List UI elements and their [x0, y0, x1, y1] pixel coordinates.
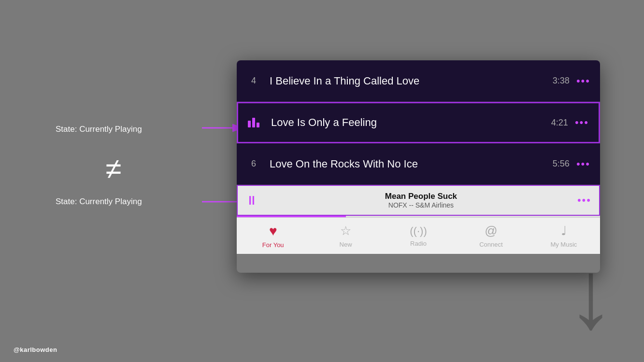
- tab-my-music[interactable]: ♩ My Music: [528, 218, 600, 254]
- track-more-6[interactable]: •••: [576, 158, 590, 170]
- track-row-5-playing[interactable]: Love Is Only a Feeling 4:21 •••: [237, 102, 600, 143]
- attribution-text: @karlbowden: [14, 346, 57, 353]
- track-row-6[interactable]: 6 Love On the Rocks With No Ice 5:56 •••: [237, 143, 600, 185]
- tab-new[interactable]: ☆ New: [309, 218, 382, 254]
- now-playing-info: Mean People Suck NOFX -- S&M Airlines: [265, 192, 577, 209]
- now-playing-more-button[interactable]: •••: [577, 194, 591, 207]
- eq-bar-3: [257, 123, 259, 127]
- eq-bar-1: [248, 121, 251, 127]
- tab-radio[interactable]: ((·)) Radio: [382, 218, 455, 254]
- playing-indicator: [248, 118, 262, 127]
- music-icon: ♩: [561, 223, 567, 238]
- track-title-6: Love On the Rocks With No Ice: [270, 158, 553, 170]
- track-more-5[interactable]: •••: [575, 116, 589, 129]
- track-number-6: 6: [246, 159, 261, 169]
- tab-label-connect: Connect: [479, 241, 502, 248]
- now-playing-title: Mean People Suck: [265, 192, 577, 201]
- tab-label-new: New: [340, 241, 352, 248]
- tab-bar: ♥ For You ☆ New ((·)) Radio @ Connect ♩ …: [237, 217, 600, 254]
- eq-bar-2: [252, 118, 255, 127]
- music-panel: 4 I Believe In a Thing Called Love 3:38 …: [237, 60, 600, 273]
- track-title-4: I Believe In a Thing Called Love: [270, 75, 553, 87]
- track-duration-6: 5:56: [553, 159, 570, 169]
- not-equal-symbol: ≠: [106, 152, 122, 185]
- tab-connect[interactable]: @ Connect: [455, 218, 527, 254]
- track-duration-5: 4:21: [551, 118, 568, 128]
- star-icon: ☆: [340, 223, 351, 238]
- now-playing-subtitle: NOFX -- S&M Airlines: [265, 201, 577, 209]
- tab-for-you[interactable]: ♥ For You: [237, 218, 309, 254]
- now-playing-bar[interactable]: ⏸ Mean People Suck NOFX -- S&M Airlines …: [237, 185, 600, 216]
- track-row-4[interactable]: 4 I Believe In a Thing Called Love 3:38 …: [237, 60, 600, 102]
- track-number-4: 4: [246, 76, 261, 86]
- pause-button[interactable]: ⏸: [245, 193, 258, 208]
- state-label-1: State: Currently Playing: [56, 125, 142, 134]
- track-more-4[interactable]: •••: [576, 75, 590, 87]
- track-duration-4: 3:38: [553, 76, 570, 86]
- state-label-2: State: Currently Playing: [56, 197, 142, 207]
- track-list: 4 I Believe In a Thing Called Love 3:38 …: [237, 60, 600, 185]
- tab-label-my-music: My Music: [550, 241, 577, 248]
- heart-icon: ♥: [269, 223, 277, 239]
- at-icon: @: [485, 223, 497, 238]
- tab-label-radio: Radio: [410, 240, 427, 247]
- radio-icon: ((·)): [410, 225, 427, 237]
- tab-label-for-you: For You: [262, 241, 284, 249]
- track-title-5: Love Is Only a Feeling: [271, 116, 551, 129]
